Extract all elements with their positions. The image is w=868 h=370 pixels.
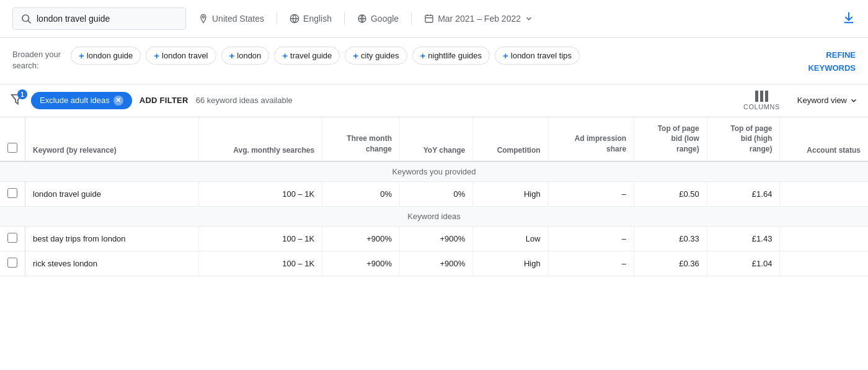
chip-city-guides[interactable]: + city guides <box>345 47 407 65</box>
row-yoy-change: 0% <box>400 181 473 206</box>
network-filter[interactable]: Google <box>357 14 399 24</box>
divider2 <box>344 12 345 25</box>
section-ideas-row: Keyword ideas <box>0 206 868 226</box>
table-row: best day trips from london 100 – 1K +900… <box>0 226 868 251</box>
row-three-month: 0% <box>322 181 400 206</box>
section-provided-row: Keywords you provided <box>0 161 868 182</box>
chip-nightlife-guides[interactable]: + nightlife guides <box>412 47 490 65</box>
chip-london-travel[interactable]: + london travel <box>146 47 216 65</box>
row-checkbox-2[interactable] <box>7 258 17 268</box>
chip-london[interactable]: + london <box>221 47 270 65</box>
th-avg-monthly[interactable]: Avg. monthly searches <box>199 117 322 161</box>
th-top-bid-high[interactable]: Top of page bid (high range) <box>707 117 780 161</box>
filter-badge: 1 <box>17 89 27 99</box>
filter-bar: 1 Exclude adult ideas ✕ ADD FILTER 66 ke… <box>0 84 868 117</box>
svg-point-0 <box>22 15 29 22</box>
table-wrap: Keyword (by relevance) Avg. monthly sear… <box>0 117 868 276</box>
divider <box>277 12 277 25</box>
row-keyword-2: rick steves london <box>25 251 199 276</box>
row-keyword-1: best day trips from london <box>25 226 199 251</box>
location-filter[interactable]: United States <box>198 14 264 24</box>
row-keyword: london travel guide <box>25 181 199 206</box>
keyword-view-button[interactable]: Keyword view <box>797 96 858 105</box>
row-checkbox-cell-2[interactable] <box>0 251 25 276</box>
network-icon <box>357 14 367 24</box>
row-top-bid-high: £1.64 <box>707 181 780 206</box>
row-avg-monthly-2: 100 – 1K <box>199 251 322 276</box>
row-competition: High <box>473 181 548 206</box>
columns-button[interactable]: COLUMNS <box>743 91 780 111</box>
row-competition-2: High <box>473 251 548 276</box>
row-avg-monthly-1: 100 – 1K <box>199 226 322 251</box>
th-keyword[interactable]: Keyword (by relevance) <box>25 117 199 161</box>
th-select-all[interactable] <box>0 117 25 161</box>
language-icon <box>290 14 299 24</box>
row-top-bid-high-2: £1.04 <box>707 251 780 276</box>
svg-rect-4 <box>425 16 433 22</box>
th-three-month[interactable]: Three month change <box>322 117 400 161</box>
row-competition-1: Low <box>473 226 548 251</box>
chevron-down-icon <box>849 96 858 105</box>
row-checkbox[interactable] <box>7 188 17 198</box>
calendar-icon <box>424 14 434 24</box>
columns-label: COLUMNS <box>743 103 780 111</box>
refine-keywords-button[interactable]: REFINE KEYWORDS <box>808 47 856 75</box>
section-provided-label: Keywords you provided <box>0 161 868 182</box>
columns-icon <box>755 91 768 102</box>
row-checkbox-cell-1[interactable] <box>0 226 25 251</box>
th-ad-impression[interactable]: Ad impression share <box>548 117 634 161</box>
table-header-row: Keyword (by relevance) Avg. monthly sear… <box>0 117 868 161</box>
row-account-status <box>780 181 868 206</box>
th-top-bid-low[interactable]: Top of page bid (low range) <box>634 117 707 161</box>
row-checkbox-cell[interactable] <box>0 181 25 206</box>
row-avg-monthly: 100 – 1K <box>199 181 322 206</box>
section-ideas-label: Keyword ideas <box>0 206 868 226</box>
table-row: london travel guide 100 – 1K 0% 0% High … <box>0 181 868 206</box>
keywords-table: Keyword (by relevance) Avg. monthly sear… <box>0 117 868 276</box>
exclude-adult-ideas-button[interactable]: Exclude adult ideas ✕ <box>31 92 132 109</box>
select-all-checkbox[interactable] <box>7 143 17 153</box>
search-icon <box>20 13 32 24</box>
location-icon <box>198 14 208 24</box>
chip-london-travel-tips[interactable]: + london travel tips <box>495 47 580 65</box>
row-ad-impression-1: – <box>548 226 634 251</box>
download-icon <box>842 11 856 25</box>
row-ad-impression: – <box>548 181 634 206</box>
th-yoy-change[interactable]: YoY change <box>400 117 473 161</box>
row-ad-impression-2: – <box>548 251 634 276</box>
location-label: United States <box>212 14 264 24</box>
chip-london-guide[interactable]: + london guide <box>71 47 141 65</box>
row-top-bid-low: £0.50 <box>634 181 707 206</box>
row-yoy-change-2: +900% <box>400 251 473 276</box>
row-yoy-change-1: +900% <box>400 226 473 251</box>
row-three-month-2: +900% <box>322 251 400 276</box>
svg-line-1 <box>28 20 30 23</box>
row-three-month-1: +900% <box>322 226 400 251</box>
svg-point-2 <box>202 16 204 18</box>
table-row: rick steves london 100 – 1K +900% +900% … <box>0 251 868 276</box>
keyword-count: 66 keyword ideas available <box>196 96 293 105</box>
th-account-status[interactable]: Account status <box>780 117 868 161</box>
date-range-label: Mar 2021 – Feb 2022 <box>438 14 521 24</box>
chip-travel-guide[interactable]: + travel guide <box>274 47 340 65</box>
divider3 <box>411 12 412 25</box>
download-button[interactable] <box>842 11 856 27</box>
top-bar: london travel guide United States Englis… <box>0 0 868 38</box>
language-filter[interactable]: English <box>290 14 332 24</box>
th-competition[interactable]: Competition <box>473 117 548 161</box>
row-account-status-1 <box>780 226 868 251</box>
date-filter[interactable]: Mar 2021 – Feb 2022 <box>424 14 533 24</box>
broaden-chips: + london guide + london travel + london … <box>71 47 798 65</box>
row-top-bid-high-1: £1.43 <box>707 226 780 251</box>
row-checkbox-1[interactable] <box>7 233 17 243</box>
network-label: Google <box>371 14 399 24</box>
filter-bell-wrap: 1 <box>10 92 24 108</box>
chevron-down-icon <box>525 14 533 23</box>
add-filter-button[interactable]: ADD FILTER <box>140 96 188 105</box>
broaden-label: Broaden your search: <box>12 47 61 71</box>
search-box[interactable]: london travel guide <box>12 7 186 30</box>
exclude-close-icon[interactable]: ✕ <box>113 96 123 106</box>
broaden-section: Broaden your search: + london guide + lo… <box>0 38 868 84</box>
search-input-value: london travel guide <box>37 14 178 24</box>
row-top-bid-low-1: £0.33 <box>634 226 707 251</box>
